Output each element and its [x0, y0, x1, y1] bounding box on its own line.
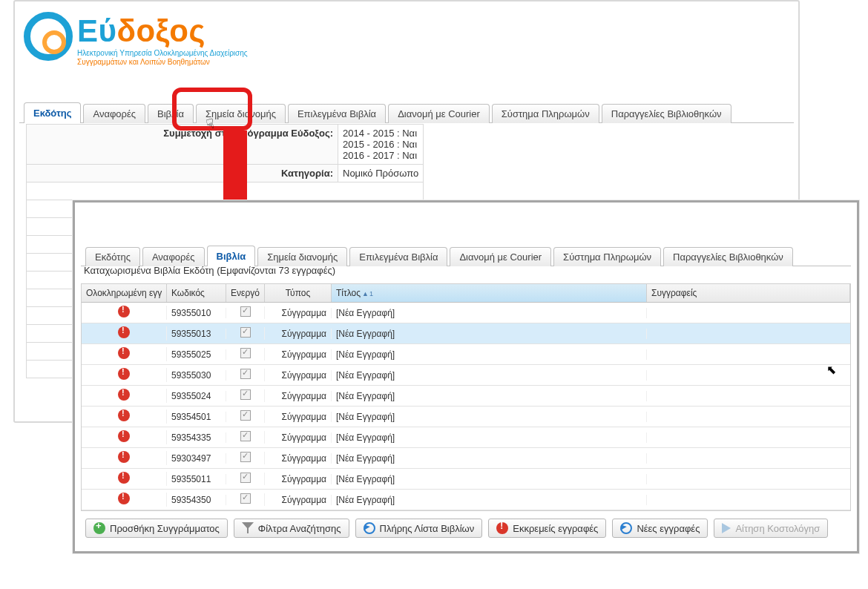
warning-icon	[118, 493, 130, 504]
books-panel: Εκδότης Αναφορές Βιβλία Σημεία διανομής …	[73, 200, 859, 553]
table-row[interactable]: 59354350Σύγγραμμα[Νέα Εγγραφή]	[82, 490, 850, 510]
category-label: Κατηγορία:	[27, 165, 338, 182]
col-authors[interactable]: Συγγραφείς	[647, 284, 850, 302]
tab-courier-2[interactable]: Διανομή με Courier	[450, 247, 551, 266]
cell-type: Σύγγραμμα	[265, 308, 332, 318]
tab-selected-books-2[interactable]: Επιλεγμένα Βιβλία	[349, 247, 447, 266]
pricing-request-button[interactable]: Αίτηση Κοστολόγησ	[714, 519, 828, 538]
tab-reports-2[interactable]: Αναφορές	[142, 247, 205, 266]
logo-name: Εύδοξος	[77, 13, 248, 49]
cell-title: [Νέα Εγγραφή]	[332, 308, 647, 318]
checkbox-checked-icon	[240, 369, 251, 379]
funnel-icon	[242, 522, 254, 534]
checkbox-checked-icon	[240, 452, 251, 462]
records-count: Καταχωρισμένα Βιβλία Εκδότη (Εμφανίζοντα…	[84, 265, 848, 276]
table-row[interactable]: 59355024Σύγγραμμα[Νέα Εγγραφή]	[82, 386, 850, 407]
cell-title: [Νέα Εγγραφή]	[332, 495, 647, 505]
col-type[interactable]: Τύπος	[265, 284, 332, 302]
app-logo: Εύδοξος Ηλεκτρονική Υπηρεσία Ολοκληρωμέν…	[24, 12, 248, 66]
warning-icon	[118, 347, 130, 359]
category-value: Νομικό Πρόσωπο	[338, 165, 424, 182]
cell-title: [Νέα Εγγραφή]	[332, 349, 647, 360]
checkbox-checked-icon	[240, 348, 251, 358]
cell-code: 59354350	[167, 495, 226, 505]
col-title[interactable]: Τίτλος▲1	[332, 284, 647, 302]
new-records-button[interactable]: Νέες εγγραφές	[612, 519, 708, 538]
checkbox-checked-icon	[240, 389, 251, 400]
cell-type: Σύγγραμμα	[265, 474, 332, 484]
tab-payments-2[interactable]: Σύστημα Πληρωμών	[553, 247, 661, 266]
play-icon	[722, 523, 731, 533]
tab-library-orders-2[interactable]: Παραγγελίες Βιβλιοθηκών	[663, 247, 793, 266]
cell-code: 59354335	[167, 432, 226, 443]
table-row[interactable]: 59355025Σύγγραμμα[Νέα Εγγραφή]	[82, 344, 850, 365]
cell-title: [Νέα Εγγραφή]	[332, 412, 647, 422]
cell-title: [Νέα Εγγραφή]	[332, 453, 647, 464]
col-complete[interactable]: Ολοκληρωμένη εγγ	[82, 284, 167, 302]
tab-distribution-points-2[interactable]: Σημεία διανομής	[257, 247, 347, 266]
table-row[interactable]: 59303497Σύγγραμμα[Νέα Εγγραφή]	[82, 448, 850, 469]
books-grid: Ολοκληρωμένη εγγ Κωδικός Ενεργό Τύπος Τί…	[81, 283, 851, 511]
cell-code: 59355025	[167, 349, 226, 360]
checkbox-checked-icon	[240, 306, 251, 317]
participation-value-1: 2015 - 2016 : Ναι	[343, 139, 418, 150]
sort-asc-icon: ▲	[362, 290, 369, 297]
checkbox-checked-icon	[240, 431, 251, 441]
cell-code: 59355024	[167, 391, 226, 401]
checkbox-checked-icon	[240, 473, 251, 483]
col-active[interactable]: Ενεργό	[226, 284, 265, 302]
tab-distribution-points[interactable]: Σημεία διανομής	[196, 104, 286, 123]
cell-title: [Νέα Εγγραφή]	[332, 432, 647, 443]
participation-value-2: 2016 - 2017 : Ναι	[343, 150, 418, 161]
tab-library-orders[interactable]: Παραγγελίες Βιβλιοθηκών	[602, 104, 731, 123]
checkbox-checked-icon	[240, 493, 251, 504]
participation-value-0: 2014 - 2015 : Ναι	[343, 128, 418, 139]
cell-code: 59303497	[167, 453, 226, 464]
table-row[interactable]: 59355010Σύγγραμμα[Νέα Εγγραφή]	[82, 303, 850, 323]
logo-mark-icon	[24, 12, 73, 61]
cell-code: 59355011	[167, 474, 226, 484]
warn-icon	[496, 522, 508, 534]
col-code[interactable]: Κωδικός	[167, 284, 226, 302]
tab-books-2[interactable]: Βιβλία	[207, 246, 256, 266]
table-row[interactable]: 59354335Σύγγραμμα[Νέα Εγγραφή]	[82, 427, 850, 448]
refresh-icon-2	[620, 522, 632, 534]
cell-type: Σύγγραμμα	[265, 370, 332, 381]
cell-type: Σύγγραμμα	[265, 453, 332, 464]
warning-icon	[118, 472, 130, 484]
books-tabbar: Εκδότης Αναφορές Βιβλία Σημεία διανομής …	[81, 246, 851, 266]
cell-title: [Νέα Εγγραφή]	[332, 474, 647, 484]
filters-button[interactable]: Φίλτρα Αναζήτησης	[234, 519, 349, 538]
grid-toolbar: Προσθήκη Συγγράμματος Φίλτρα Αναζήτησης …	[85, 519, 846, 538]
cell-code: 59354501	[167, 412, 226, 422]
checkbox-checked-icon	[240, 410, 251, 421]
tab-publisher[interactable]: Εκδότης	[24, 102, 81, 123]
pending-button[interactable]: Εκκρεμείς εγγραφές	[488, 519, 606, 538]
logo-tagline-1: Ηλεκτρονική Υπηρεσία Ολοκληρωμένης Διαχε…	[77, 49, 248, 57]
tab-publisher-2[interactable]: Εκδότης	[85, 247, 140, 266]
table-row[interactable]: 59355030Σύγγραμμα[Νέα Εγγραφή]	[82, 365, 850, 386]
tab-courier[interactable]: Διανομή με Courier	[388, 104, 490, 123]
warning-icon	[118, 306, 130, 317]
table-row[interactable]: 59355013Σύγγραμμα[Νέα Εγγραφή]	[82, 323, 850, 344]
warning-icon	[118, 368, 130, 380]
full-list-button[interactable]: Πλήρης Λίστα Βιβλίων	[355, 519, 483, 538]
tab-reports[interactable]: Αναφορές	[83, 104, 145, 123]
table-row[interactable]: 59354501Σύγγραμμα[Νέα Εγγραφή]	[82, 407, 850, 427]
cell-type: Σύγγραμμα	[265, 329, 332, 339]
tab-books[interactable]: Βιβλία	[148, 104, 194, 123]
refresh-icon	[364, 522, 375, 534]
warning-icon	[118, 326, 130, 338]
tab-selected-books[interactable]: Επιλεγμένα Βιβλία	[288, 104, 386, 123]
top-tabbar: Εκδότης Αναφορές Βιβλία Σημεία διανομής …	[19, 102, 794, 123]
cell-title: [Νέα Εγγραφή]	[332, 370, 647, 381]
add-book-button[interactable]: Προσθήκη Συγγράμματος	[85, 519, 228, 538]
cell-type: Σύγγραμμα	[265, 495, 332, 505]
tab-payments[interactable]: Σύστημα Πληρωμών	[492, 104, 599, 123]
table-row[interactable]: 59355011Σύγγραμμα[Νέα Εγγραφή]	[82, 469, 850, 490]
participation-label: Συμμετοχή στο πρόγραμμα Εύδοξος:	[27, 125, 338, 165]
plus-icon	[93, 522, 105, 534]
cell-code: 59355010	[167, 308, 226, 318]
cell-type: Σύγγραμμα	[265, 391, 332, 401]
warning-icon	[118, 389, 130, 401]
